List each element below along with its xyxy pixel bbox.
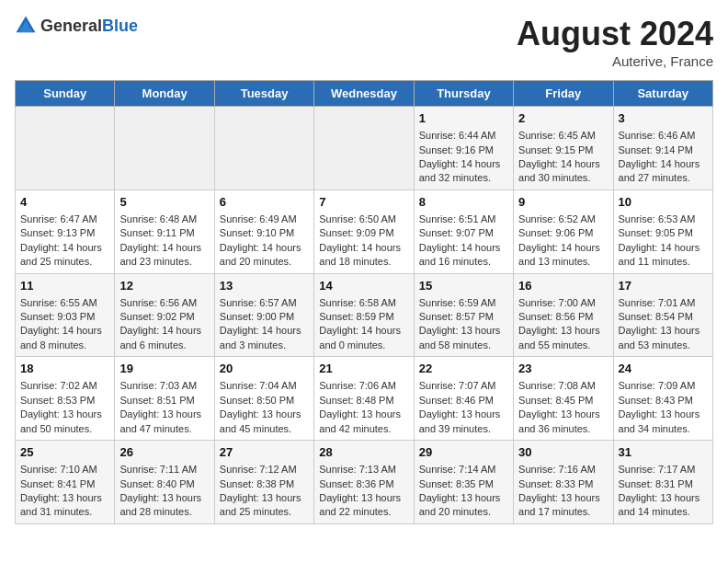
- calendar-cell: 15Sunrise: 6:59 AMSunset: 8:57 PMDayligh…: [414, 273, 513, 357]
- calendar-cell: 3Sunrise: 6:46 AMSunset: 9:14 PMDaylight…: [613, 107, 712, 190]
- sunset-text: Sunset: 8:48 PM: [319, 395, 393, 406]
- weekday-header-monday: Monday: [115, 81, 214, 107]
- daylight-text: Daylight: 13 hours and 45 minutes.: [220, 408, 301, 433]
- day-number: 11: [20, 278, 109, 294]
- daylight-text: Daylight: 14 hours and 13 minutes.: [518, 242, 600, 267]
- calendar-cell: 5Sunrise: 6:48 AMSunset: 9:11 PMDaylight…: [115, 190, 214, 273]
- day-number: 12: [119, 278, 209, 294]
- daylight-text: Daylight: 13 hours and 20 minutes.: [419, 492, 501, 517]
- daylight-text: Daylight: 13 hours and 28 minutes.: [119, 492, 201, 517]
- calendar-cell: 13Sunrise: 6:57 AMSunset: 9:00 PMDayligh…: [214, 273, 313, 357]
- day-number: 28: [319, 444, 408, 461]
- sunrise-text: Sunrise: 7:02 AM: [20, 380, 97, 391]
- day-number: 16: [518, 278, 608, 294]
- calendar-cell: 17Sunrise: 7:01 AMSunset: 8:54 PMDayligh…: [613, 273, 712, 357]
- weekday-header-friday: Friday: [514, 81, 613, 107]
- calendar-cell: 31Sunrise: 7:17 AMSunset: 8:31 PMDayligh…: [613, 441, 712, 524]
- calendar-cell: 30Sunrise: 7:16 AMSunset: 8:33 PMDayligh…: [514, 441, 613, 524]
- calendar-cell: 6Sunrise: 6:49 AMSunset: 9:10 PMDaylight…: [214, 190, 313, 273]
- sunset-text: Sunset: 9:07 PM: [419, 227, 494, 238]
- calendar-cell: 24Sunrise: 7:09 AMSunset: 8:43 PMDayligh…: [613, 357, 712, 441]
- sunrise-text: Sunrise: 7:06 AM: [319, 380, 396, 391]
- daylight-text: Daylight: 14 hours and 18 minutes.: [319, 242, 401, 267]
- daylight-text: Daylight: 13 hours and 42 minutes.: [319, 408, 401, 433]
- sunset-text: Sunset: 8:59 PM: [319, 311, 393, 322]
- calendar-cell: [16, 107, 115, 190]
- sunset-text: Sunset: 8:57 PM: [419, 311, 494, 322]
- day-number: 31: [619, 444, 708, 461]
- day-number: 14: [319, 278, 408, 294]
- day-number: 19: [119, 361, 209, 377]
- sunset-text: Sunset: 8:33 PM: [518, 478, 593, 489]
- sunset-text: Sunset: 8:46 PM: [419, 395, 494, 406]
- logo-icon: [15, 15, 37, 37]
- sunrise-text: Sunrise: 6:53 AM: [619, 213, 696, 224]
- calendar-cell: 18Sunrise: 7:02 AMSunset: 8:53 PMDayligh…: [16, 357, 115, 441]
- sunrise-text: Sunrise: 6:48 AM: [119, 213, 197, 224]
- sunset-text: Sunset: 9:15 PM: [518, 144, 593, 155]
- sunrise-text: Sunrise: 6:55 AM: [20, 297, 97, 308]
- calendar-cell: 12Sunrise: 6:56 AMSunset: 9:02 PMDayligh…: [115, 273, 214, 357]
- logo: GeneralBlue: [15, 15, 138, 37]
- day-number: 9: [518, 194, 608, 211]
- sunset-text: Sunset: 8:31 PM: [619, 478, 693, 489]
- daylight-text: Daylight: 13 hours and 25 minutes.: [220, 492, 301, 517]
- daylight-text: Daylight: 13 hours and 14 minutes.: [619, 492, 700, 517]
- daylight-text: Daylight: 13 hours and 31 minutes.: [20, 492, 102, 517]
- sunset-text: Sunset: 9:13 PM: [20, 227, 95, 238]
- day-number: 18: [20, 361, 109, 377]
- sunset-text: Sunset: 9:02 PM: [119, 311, 194, 322]
- daylight-text: Daylight: 13 hours and 58 minutes.: [419, 325, 501, 350]
- sunrise-text: Sunrise: 7:04 AM: [220, 380, 297, 391]
- sunset-text: Sunset: 8:56 PM: [518, 311, 593, 322]
- daylight-text: Daylight: 14 hours and 25 minutes.: [20, 242, 102, 267]
- calendar-cell: [115, 107, 214, 190]
- day-number: 26: [119, 444, 209, 461]
- calendar-cell: 25Sunrise: 7:10 AMSunset: 8:41 PMDayligh…: [16, 441, 115, 524]
- sunrise-text: Sunrise: 6:47 AM: [20, 213, 97, 224]
- calendar-cell: 28Sunrise: 7:13 AMSunset: 8:36 PMDayligh…: [314, 441, 414, 524]
- daylight-text: Daylight: 13 hours and 50 minutes.: [20, 408, 102, 433]
- day-number: 22: [419, 361, 508, 377]
- sunrise-text: Sunrise: 6:57 AM: [220, 297, 297, 308]
- daylight-text: Daylight: 13 hours and 36 minutes.: [518, 408, 600, 433]
- day-number: 1: [419, 110, 508, 127]
- weekday-header-wednesday: Wednesday: [314, 81, 414, 107]
- sunset-text: Sunset: 9:05 PM: [619, 227, 693, 238]
- sunrise-text: Sunrise: 7:03 AM: [119, 380, 197, 391]
- title-block: August 2024 Auterive, France: [517, 15, 713, 69]
- sunrise-text: Sunrise: 7:07 AM: [419, 380, 496, 391]
- sunrise-text: Sunrise: 7:09 AM: [619, 380, 696, 391]
- sunrise-text: Sunrise: 7:12 AM: [220, 464, 297, 475]
- sunrise-text: Sunrise: 6:46 AM: [619, 130, 696, 141]
- calendar-cell: 2Sunrise: 6:45 AMSunset: 9:15 PMDaylight…: [514, 107, 613, 190]
- day-number: 5: [119, 194, 209, 211]
- sunset-text: Sunset: 8:40 PM: [119, 478, 194, 489]
- daylight-text: Daylight: 14 hours and 30 minutes.: [518, 158, 600, 183]
- calendar-table: SundayMondayTuesdayWednesdayThursdayFrid…: [15, 80, 713, 524]
- sunrise-text: Sunrise: 7:10 AM: [20, 464, 97, 475]
- page-header: GeneralBlue August 2024 Auterive, France: [15, 15, 713, 69]
- sunrise-text: Sunrise: 7:13 AM: [319, 464, 396, 475]
- day-number: 7: [319, 194, 408, 211]
- calendar-cell: 26Sunrise: 7:11 AMSunset: 8:40 PMDayligh…: [115, 441, 214, 524]
- daylight-text: Daylight: 14 hours and 32 minutes.: [419, 158, 501, 183]
- day-number: 8: [419, 194, 508, 211]
- week-row-3: 11Sunrise: 6:55 AMSunset: 9:03 PMDayligh…: [16, 273, 713, 357]
- calendar-cell: 10Sunrise: 6:53 AMSunset: 9:05 PMDayligh…: [613, 190, 712, 273]
- calendar-cell: 9Sunrise: 6:52 AMSunset: 9:06 PMDaylight…: [514, 190, 613, 273]
- weekday-header-tuesday: Tuesday: [214, 81, 313, 107]
- daylight-text: Daylight: 13 hours and 34 minutes.: [619, 408, 700, 433]
- day-number: 4: [20, 194, 109, 211]
- sunrise-text: Sunrise: 7:14 AM: [419, 464, 496, 475]
- sunrise-text: Sunrise: 7:00 AM: [518, 297, 596, 308]
- calendar-cell: 8Sunrise: 6:51 AMSunset: 9:07 PMDaylight…: [414, 190, 513, 273]
- calendar-cell: 19Sunrise: 7:03 AMSunset: 8:51 PMDayligh…: [115, 357, 214, 441]
- sunset-text: Sunset: 8:38 PM: [220, 478, 294, 489]
- daylight-text: Daylight: 13 hours and 39 minutes.: [419, 408, 501, 433]
- calendar-cell: 23Sunrise: 7:08 AMSunset: 8:45 PMDayligh…: [514, 357, 613, 441]
- sunset-text: Sunset: 9:14 PM: [619, 144, 693, 155]
- calendar-cell: 22Sunrise: 7:07 AMSunset: 8:46 PMDayligh…: [414, 357, 513, 441]
- week-row-5: 25Sunrise: 7:10 AMSunset: 8:41 PMDayligh…: [16, 441, 713, 524]
- sunset-text: Sunset: 9:03 PM: [20, 311, 95, 322]
